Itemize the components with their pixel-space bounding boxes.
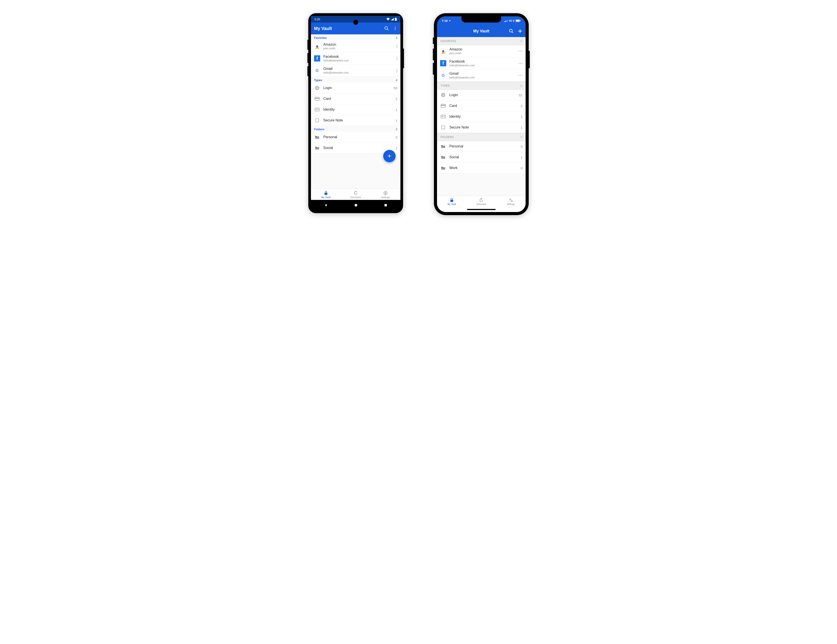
type-row-login[interactable]: Login 51: [437, 90, 525, 100]
section-header-folders: Folders 3: [311, 126, 400, 132]
recents-button[interactable]: [384, 204, 387, 207]
type-row-card[interactable]: Card 2: [311, 94, 400, 104]
search-button[interactable]: [509, 29, 514, 33]
row-count: 2: [396, 97, 397, 101]
type-row-card[interactable]: Card 2: [437, 100, 525, 111]
nav-settings[interactable]: Settings: [496, 196, 525, 207]
battery-icon: [515, 20, 521, 22]
vault-item-gmail[interactable]: G Gmail hello@bitwarden.com: [311, 64, 400, 77]
section-header-types: Types 4: [311, 77, 400, 83]
nav-label: My Vault: [448, 203, 456, 205]
folder-icon: [314, 145, 320, 151]
home-button[interactable]: [354, 203, 358, 207]
row-count: 1: [521, 155, 522, 159]
section-label: Types: [314, 79, 322, 82]
row-title: Personal: [323, 135, 393, 139]
vault-list[interactable]: FAVORITES 3 a Amazon john.smith f Facebo…: [437, 37, 525, 196]
amazon-icon: a: [440, 48, 446, 54]
section-count: 3: [520, 135, 522, 139]
item-options-button[interactable]: [396, 57, 397, 60]
section-label: Favorites: [314, 36, 327, 39]
wifi-icon: [386, 18, 390, 20]
facebook-icon: f: [440, 60, 446, 66]
type-row-secure-note[interactable]: Secure Note 1: [437, 122, 525, 133]
nav-my-vault[interactable]: My Vault: [437, 196, 466, 207]
add-button[interactable]: [518, 29, 522, 33]
svg-rect-39: [441, 115, 445, 118]
item-title: Gmail: [323, 67, 394, 71]
svg-rect-1: [396, 18, 396, 18]
svg-point-20: [385, 192, 386, 194]
row-count: 1: [396, 146, 397, 150]
vault-item-amazon[interactable]: a Amazon john.smith: [311, 40, 400, 53]
gmail-icon: G: [440, 72, 446, 79]
folder-row-personal[interactable]: Personal 0: [311, 132, 400, 143]
identity-icon: [440, 113, 446, 120]
plus-icon: +: [387, 152, 391, 160]
note-icon: [314, 117, 320, 123]
row-title: Login: [450, 93, 517, 97]
svg-rect-29: [520, 20, 520, 21]
item-subtitle: john.smith: [450, 52, 516, 55]
folder-row-personal[interactable]: Personal 0: [437, 141, 525, 152]
back-button[interactable]: [324, 203, 328, 207]
nav-generator[interactable]: Generator: [341, 189, 371, 200]
svg-rect-38: [441, 105, 445, 105]
type-row-identity[interactable]: Identity 1: [311, 104, 400, 115]
svg-rect-43: [441, 126, 445, 129]
vault-item-facebook[interactable]: f Facebook hello@bitwarden.com: [311, 53, 400, 64]
nav-generator[interactable]: Generator: [466, 196, 496, 207]
item-options-button[interactable]: [519, 75, 522, 76]
svg-rect-18: [315, 148, 319, 150]
section-label: TYPES: [441, 84, 450, 87]
item-options-button[interactable]: [396, 69, 397, 72]
more-vert-icon: [393, 26, 397, 31]
row-count: 0: [521, 145, 522, 148]
item-title: Amazon: [323, 43, 394, 46]
item-subtitle: hello@bitwarden.com: [323, 71, 394, 74]
vault-list[interactable]: Favorites 3 a Amazon john.smith f Facebo…: [311, 34, 400, 189]
svg-line-31: [512, 32, 513, 33]
vault-item-amazon[interactable]: a Amazon john.smith: [437, 45, 525, 57]
vault-item-gmail[interactable]: G Gmail hello@bitwarden.com: [437, 69, 525, 82]
nav-label: Settings: [507, 203, 515, 205]
signal-icon: [391, 18, 394, 20]
gears-icon: [509, 198, 513, 202]
add-item-fab[interactable]: +: [383, 150, 396, 162]
vault-item-facebook[interactable]: f Facebook hello@bitwarden.com: [437, 57, 525, 69]
type-row-login[interactable]: Login 50: [311, 83, 400, 94]
row-count: 2: [521, 104, 522, 108]
item-subtitle: john.smith: [323, 47, 394, 50]
search-button[interactable]: [384, 26, 389, 31]
type-row-identity[interactable]: Identity 1: [437, 111, 525, 122]
status-time: 5:20: [315, 18, 320, 21]
nav-my-vault[interactable]: My Vault: [311, 189, 341, 200]
nav-settings[interactable]: Settings: [371, 189, 400, 200]
folder-row-work[interactable]: Work 0: [437, 163, 525, 173]
type-row-secure-note[interactable]: Secure Note 1: [311, 115, 400, 126]
svg-point-30: [509, 29, 512, 32]
overflow-menu-button[interactable]: [393, 26, 397, 31]
row-title: Personal: [450, 145, 519, 148]
svg-rect-25: [506, 20, 507, 22]
item-subtitle: hello@bitwarden.com: [450, 76, 516, 79]
row-title: Card: [450, 104, 519, 108]
item-options-button[interactable]: [396, 44, 397, 48]
folder-row-social[interactable]: Social 1: [437, 152, 525, 163]
gmail-icon: G: [314, 67, 320, 74]
item-options-button[interactable]: [519, 63, 522, 64]
item-title: Facebook: [323, 55, 394, 59]
item-options-button[interactable]: [519, 51, 522, 52]
notch: [461, 16, 501, 23]
section-count: 4: [396, 79, 397, 82]
row-title: Identity: [323, 108, 393, 112]
section-label: FAVORITES: [441, 39, 456, 43]
svg-rect-23: [504, 21, 505, 22]
home-indicator[interactable]: [437, 207, 525, 212]
svg-point-21: [354, 204, 357, 207]
section-label: FOLDERS: [441, 136, 454, 139]
search-icon: [384, 26, 389, 31]
row-count: 1: [396, 118, 397, 122]
identity-icon: [314, 107, 320, 113]
item-title: Facebook: [450, 59, 516, 64]
